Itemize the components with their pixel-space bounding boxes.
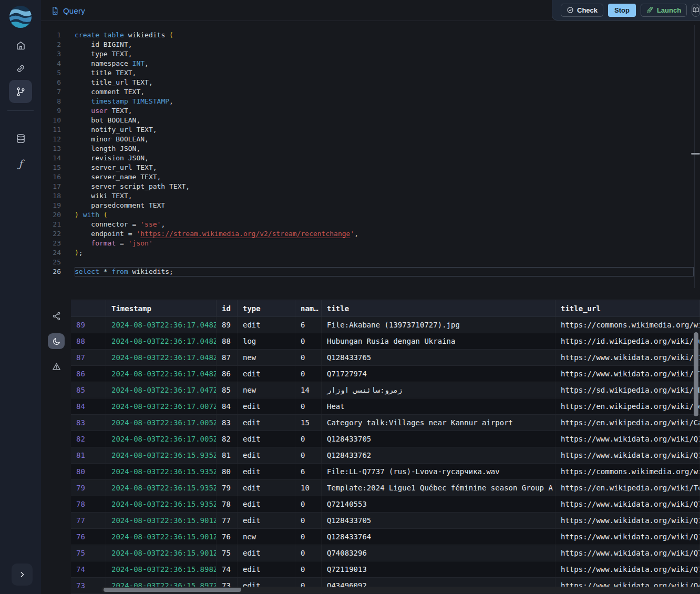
line-number: 11: [41, 125, 61, 135]
table-row[interactable]: 842024-08-03T22:36:17.007Z84edit0Heathtt…: [71, 398, 700, 415]
stop-button[interactable]: Stop: [608, 4, 636, 17]
sidebar-item-functions[interactable]: ƒ: [9, 152, 32, 175]
table-row[interactable]: 752024-08-03T22:36:15.901Z75edit0Q740832…: [71, 545, 700, 561]
code-line[interactable]: 6 title_url TEXT,: [41, 78, 700, 87]
cell-timestamp: 2024-08-03T22:36:17.047Z: [106, 382, 217, 398]
code-text: type TEXT,: [75, 49, 694, 59]
code-line[interactable]: 13 length JSON,: [41, 144, 700, 153]
table-row[interactable]: 792024-08-03T22:36:15.935Z79edit10Templa…: [71, 480, 700, 496]
cell-namespace: 0: [295, 496, 322, 512]
code-line[interactable]: 9 user TEXT,: [41, 106, 700, 116]
results-horizontal-scrollbar-track[interactable]: [101, 587, 700, 593]
line-number: 18: [41, 191, 61, 201]
results-warnings-button[interactable]: [48, 359, 65, 374]
run-toolbar: Check Stop Launch: [552, 0, 700, 21]
table-row[interactable]: 762024-08-03T22:36:15.901Z76new0Q1284337…: [71, 529, 700, 545]
cell-title: Q128433705: [322, 431, 555, 447]
sidebar-item-home[interactable]: [9, 34, 32, 57]
code-line[interactable]: 17 server_script_path TEXT,: [41, 182, 700, 191]
code-text: timestamp TIMESTAMP,: [75, 97, 694, 106]
sidebar-item-connections[interactable]: [9, 57, 32, 80]
docs-button[interactable]: [692, 4, 700, 17]
cell-title_url: https://en.wikipedia.org/wiki/Tem: [555, 480, 700, 496]
table-row[interactable]: 892024-08-03T22:36:17.048Z89edit6File:Ak…: [71, 317, 700, 333]
code-line[interactable]: 10 bot BOOLEAN,: [41, 116, 700, 125]
table-row[interactable]: 772024-08-03T22:36:15.901Z77edit0Q128433…: [71, 513, 700, 529]
table-row[interactable]: 862024-08-03T22:36:17.048Z86edit0Q717279…: [71, 366, 700, 382]
column-header-type[interactable]: type: [238, 300, 295, 316]
column-header-row_label[interactable]: [71, 300, 106, 316]
code-text: bot BOOLEAN,: [75, 116, 694, 125]
code-line[interactable]: 19 parsedcomment TEXT: [41, 201, 700, 210]
table-row[interactable]: 782024-08-03T22:36:15.935Z78edit0Q721405…: [71, 496, 700, 513]
cell-title: Q128433765: [322, 350, 555, 365]
app-logo[interactable]: [8, 5, 33, 29]
cell-row_label: 87: [71, 350, 106, 365]
code-line[interactable]: 11 notify_url TEXT,: [41, 125, 700, 135]
cell-timestamp: 2024-08-03T22:36:17.048Z: [106, 350, 217, 365]
results-horizontal-scrollbar-thumb[interactable]: [104, 588, 241, 592]
code-line[interactable]: 15 server_url TEXT,: [41, 163, 700, 172]
code-line[interactable]: 23 format = 'json': [41, 239, 700, 248]
column-header-id[interactable]: id: [217, 300, 238, 316]
results-vertical-scrollbar-thumb[interactable]: [694, 332, 698, 416]
code-text: parsedcomment TEXT: [75, 201, 694, 210]
code-text: user TEXT,: [75, 106, 694, 116]
cell-title: File:LL-Q7737 (rus)-Lvova-гусарчика.wav: [322, 464, 555, 479]
table-row[interactable]: 802024-08-03T22:36:15.935Z80edit6File:LL…: [71, 464, 700, 480]
code-line[interactable]: 3 type TEXT,: [41, 49, 700, 59]
table-row[interactable]: 852024-08-03T22:36:17.047Z85new14زمرو:سا…: [71, 382, 700, 398]
sidebar-expand-button[interactable]: [12, 564, 33, 586]
sql-editor[interactable]: 1create table wikiedits (2 id BIGINT,3 t…: [41, 21, 700, 292]
cell-row_label: 73: [71, 578, 106, 593]
cell-row_label: 89: [71, 317, 106, 333]
code-line[interactable]: 4 namespace INT,: [41, 59, 700, 68]
results-graph-view-button[interactable]: [48, 308, 65, 324]
code-line[interactable]: 21 connector = 'sse',: [41, 220, 700, 229]
cell-row_label: 88: [71, 333, 106, 349]
cell-timestamp: 2024-08-03T22:36:17.007Z: [106, 398, 217, 414]
database-icon: [15, 133, 26, 144]
code-line[interactable]: 18 wiki TEXT,: [41, 191, 700, 201]
check-button[interactable]: Check: [561, 4, 603, 17]
cell-title: Q128433705: [322, 513, 555, 528]
column-header-timestamp[interactable]: Timestamp: [106, 300, 217, 316]
code-line[interactable]: 8 timestamp TIMESTAMP,: [41, 97, 700, 106]
cell-id: 89: [217, 317, 238, 333]
code-line[interactable]: 26select * from wikiedits;: [41, 267, 700, 276]
column-header-title[interactable]: title: [322, 300, 555, 316]
code-line[interactable]: 5 title TEXT,: [41, 68, 700, 78]
moon-icon: [52, 336, 61, 346]
launch-button[interactable]: Launch: [641, 4, 687, 17]
code-text: select * from wikiedits;: [75, 267, 694, 276]
line-number: 19: [41, 201, 61, 210]
sidebar-item-databases[interactable]: [9, 127, 32, 150]
code-line[interactable]: 2 id BIGINT,: [41, 40, 700, 49]
table-row[interactable]: 872024-08-03T22:36:17.048Z87new0Q1284337…: [71, 350, 700, 366]
table-row[interactable]: 812024-08-03T22:36:15.935Z81edit0Q128433…: [71, 447, 700, 464]
cell-title: Category talk:Villages near Kannur airpo…: [322, 415, 555, 431]
cell-id: 83: [217, 415, 238, 431]
line-number: 6: [41, 78, 61, 87]
code-line[interactable]: 25: [41, 258, 700, 267]
table-row[interactable]: 822024-08-03T22:36:17.005Z82edit0Q128433…: [71, 431, 700, 447]
table-row[interactable]: 742024-08-03T22:36:15.898Z74edit0Q721190…: [71, 561, 700, 578]
cell-title: Q72140553: [322, 496, 555, 512]
editor-scrollbar-thumb[interactable]: [691, 153, 700, 155]
code-line[interactable]: 14 revision JSON,: [41, 153, 700, 163]
code-line[interactable]: 16 server_name TEXT,: [41, 172, 700, 182]
code-line[interactable]: 7 comment TEXT,: [41, 87, 700, 97]
table-row[interactable]: 832024-08-03T22:36:17.005Z83edit15Catego…: [71, 415, 700, 431]
sidebar-divider: [7, 110, 34, 111]
code-line[interactable]: 12 minor BOOLEAN,: [41, 135, 700, 144]
code-line[interactable]: 24);: [41, 248, 700, 258]
code-line[interactable]: 1create table wikiedits (: [41, 30, 700, 40]
code-line[interactable]: 22 endpoint = 'https://stream.wikimedia.…: [41, 229, 700, 239]
column-header-namespace[interactable]: nam…: [295, 300, 322, 316]
results-theme-toggle-button[interactable]: [48, 333, 65, 349]
cell-title: Q128433764: [322, 529, 555, 545]
code-line[interactable]: 20) with (: [41, 210, 700, 220]
table-row[interactable]: 882024-08-03T22:36:17.048Z88log0Hubungan…: [71, 333, 700, 350]
column-header-title_url[interactable]: title_url: [555, 300, 700, 316]
sidebar-item-query[interactable]: [9, 80, 32, 103]
